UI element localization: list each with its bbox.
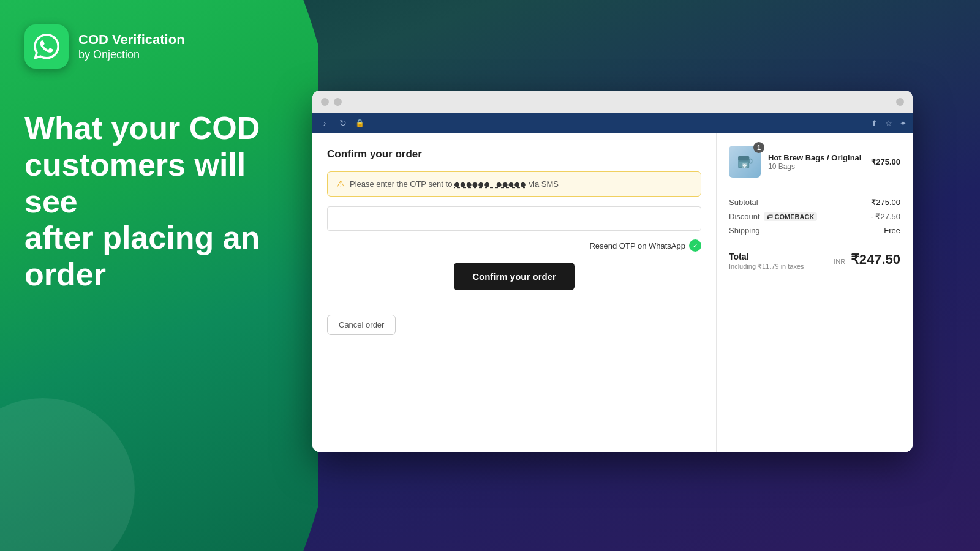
discount-row: Discount 🏷 COMEBACK - ₹27.50 — [729, 212, 900, 221]
discount-value: - ₹27.50 — [871, 212, 900, 221]
svg-rect-4 — [749, 159, 752, 163]
browser-share-icon[interactable]: ⬆ — [871, 119, 878, 128]
browser-content: Confirm your order ⚠ Please enter the OT… — [312, 133, 913, 452]
app-icon — [24, 24, 69, 69]
total-label: Total — [729, 252, 804, 261]
alert-warning-icon: ⚠ — [336, 178, 345, 190]
browser-titlebar — [312, 91, 913, 113]
whatsapp-small-icon: ✓ — [689, 239, 701, 252]
product-row: 茶 1 Hot Brew Bags / Original 10 Bags ₹27… — [729, 146, 900, 178]
traffic-light-close[interactable] — [321, 98, 329, 106]
confirm-order-title: Confirm your order — [327, 148, 701, 160]
product-image-container: 茶 1 — [729, 146, 761, 178]
browser-extension-icon[interactable]: ✦ — [900, 119, 907, 128]
browser-refresh-btn[interactable]: ↻ — [337, 118, 349, 128]
product-info: Hot Brew Bags / Original 10 Bags — [768, 153, 864, 171]
svg-rect-1 — [738, 156, 749, 160]
confirm-order-button[interactable]: Confirm your order — [454, 263, 575, 290]
app-main-title: COD Verification — [78, 32, 185, 48]
discount-label-group: Discount 🏷 COMEBACK — [729, 212, 817, 221]
branding-header: COD Verification by Onjection — [24, 24, 185, 69]
summary-divider-1 — [729, 190, 900, 190]
total-row: Total Including ₹11.79 in taxes INR ₹247… — [729, 244, 900, 271]
product-quantity-badge: 1 — [753, 142, 764, 153]
total-value: ₹247.50 — [851, 252, 900, 267]
otp-alert-text: Please enter the OTP sent to ●●●●●● ●●●●… — [350, 179, 559, 189]
order-form-section: Confirm your order ⚠ Please enter the OT… — [312, 133, 717, 452]
hero-heading: What your COD customers will see after p… — [24, 110, 306, 293]
browser-forward-btn[interactable]: › — [318, 118, 331, 128]
total-tax-text: Including ₹11.79 in taxes — [729, 263, 804, 271]
total-currency: INR — [834, 258, 845, 265]
app-title-block: COD Verification by Onjection — [78, 32, 185, 61]
product-price: ₹275.00 — [871, 157, 900, 167]
product-mug-svg: 茶 — [734, 151, 756, 173]
total-label-block: Total Including ₹11.79 in taxes — [729, 252, 804, 271]
discount-tag-icon: 🏷 — [767, 213, 773, 220]
browser-lock-icon: 🔒 — [355, 119, 364, 127]
subtotal-value: ₹275.00 — [871, 198, 900, 207]
traffic-light-minimize[interactable] — [334, 98, 342, 106]
browser-toolbar-actions: ⬆ ☆ ✦ — [871, 119, 907, 128]
shipping-row: Shipping Free — [729, 226, 900, 235]
browser-window: › ↻ 🔒 ⬆ ☆ ✦ Confirm your order ⚠ Please … — [312, 91, 913, 452]
traffic-light-maximize[interactable] — [896, 98, 904, 106]
resend-otp-link[interactable]: Resend OTP on WhatsApp — [589, 241, 685, 250]
cancel-order-button[interactable]: Cancel order — [327, 315, 396, 335]
masked-phone: ●●●●●● ●●●●● — [454, 179, 527, 189]
app-sub-title: by Onjection — [78, 48, 185, 61]
product-variant: 10 Bags — [768, 162, 864, 171]
product-name: Hot Brew Bags / Original — [768, 153, 864, 162]
hero-text-block: What your COD customers will see after p… — [24, 110, 306, 293]
subtotal-row: Subtotal ₹275.00 — [729, 198, 900, 207]
resend-otp-row: Resend OTP on WhatsApp ✓ — [327, 239, 701, 252]
discount-code-badge: 🏷 COMEBACK — [764, 212, 818, 221]
order-summary-section: 茶 1 Hot Brew Bags / Original 10 Bags ₹27… — [717, 133, 913, 452]
whatsapp-logo-icon — [34, 34, 59, 59]
browser-bookmark-icon[interactable]: ☆ — [885, 119, 892, 128]
otp-input-field[interactable] — [327, 206, 701, 231]
subtotal-label: Subtotal — [729, 198, 758, 207]
shipping-value: Free — [884, 226, 900, 235]
browser-toolbar: › ↻ 🔒 ⬆ ☆ ✦ — [312, 113, 913, 133]
svg-text:茶: 茶 — [742, 163, 747, 168]
otp-alert-box: ⚠ Please enter the OTP sent to ●●●●●● ●●… — [327, 171, 701, 197]
shipping-label: Shipping — [729, 226, 760, 235]
total-amount-block: INR ₹247.50 — [834, 252, 900, 268]
